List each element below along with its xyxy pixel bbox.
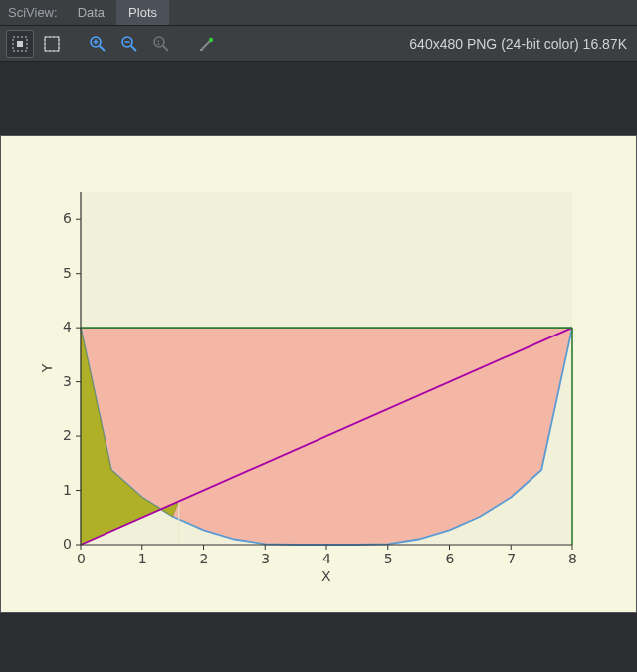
zoom-reset-button[interactable]: 1	[147, 30, 175, 58]
y-tick-label: 1	[63, 482, 71, 498]
x-tick-label: 6	[446, 551, 455, 566]
x-tick-label: 4	[322, 551, 331, 566]
x-tick-label: 8	[568, 551, 577, 566]
toolbar: 1 640x480 PNG (24-bit color) 16.87K	[0, 26, 637, 62]
svg-line-12	[163, 46, 168, 51]
zoom-out-icon	[120, 35, 138, 53]
svg-rect-1	[17, 41, 23, 47]
y-tick-label: 2	[63, 427, 71, 443]
zoom-out-button[interactable]	[115, 30, 143, 58]
tab-data[interactable]: Data	[66, 0, 116, 25]
zoom-reset-icon: 1	[152, 35, 170, 53]
x-tick-label: 5	[384, 551, 393, 566]
zoom-in-button[interactable]	[84, 30, 111, 58]
svg-rect-3	[45, 37, 59, 51]
svg-text:1: 1	[156, 38, 161, 47]
x-axis-label: X	[321, 568, 331, 584]
tab-plots[interactable]: Plots	[116, 0, 169, 25]
y-axis-label: Y	[39, 364, 55, 373]
fit-screen-button[interactable]	[6, 30, 34, 58]
y-tick-label: 5	[63, 265, 71, 281]
svg-point-15	[209, 37, 213, 41]
svg-rect-16	[200, 49, 203, 51]
image-info-status: 640x480 PNG (24-bit color) 16.87K	[409, 36, 631, 52]
svg-rect-2	[45, 37, 59, 51]
x-tick-label: 3	[261, 551, 270, 566]
svg-line-14	[202, 41, 210, 49]
y-tick-label: 6	[63, 210, 71, 226]
x-tick-label: 1	[138, 551, 147, 566]
y-tick-label: 3	[63, 373, 71, 389]
tab-bar: SciView: Data Plots	[0, 0, 637, 26]
axes	[81, 192, 572, 545]
x-tick-label: 7	[507, 551, 516, 566]
svg-line-9	[131, 46, 136, 51]
plot-viewport[interactable]: 0123456780123456 X Y	[0, 62, 637, 672]
y-tick-label: 0	[63, 536, 71, 552]
x-tick-label: 0	[77, 551, 86, 566]
color-picker-icon	[198, 35, 216, 53]
color-picker-button[interactable]	[193, 30, 221, 58]
actual-size-button[interactable]	[38, 30, 66, 58]
actual-size-icon	[44, 36, 60, 52]
plot-svg	[81, 192, 572, 545]
svg-line-5	[100, 46, 105, 51]
figure-canvas: 0123456780123456 X Y	[0, 135, 637, 613]
fit-screen-icon	[12, 36, 28, 52]
y-tick-label: 4	[63, 319, 71, 335]
panel-title: SciView:	[0, 0, 66, 25]
zoom-in-icon	[89, 35, 106, 53]
x-tick-label: 2	[200, 551, 209, 566]
